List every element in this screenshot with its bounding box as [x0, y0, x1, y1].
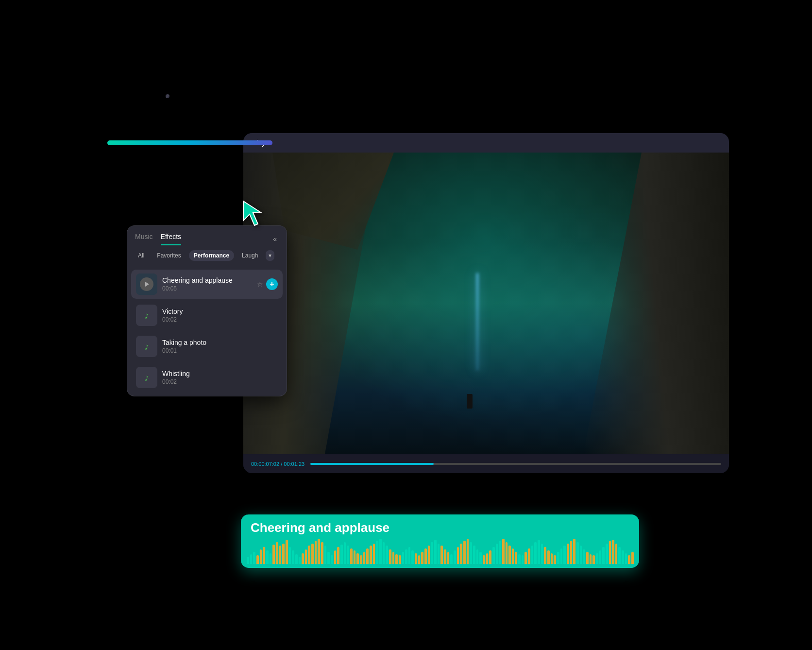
waveform-bar-col	[402, 552, 405, 564]
waveform-bar-col	[295, 554, 298, 564]
waveform-bar-col	[386, 546, 388, 564]
waveform-bar-col	[363, 552, 366, 564]
waveform-bar-col	[544, 547, 546, 564]
waveform-bar-col	[541, 544, 543, 564]
waveform-bar-col	[250, 554, 253, 564]
waveform-bar-col	[438, 544, 440, 564]
waveform-bar-col	[392, 552, 395, 564]
waveform-bar-col	[289, 547, 291, 564]
waveform-bar-col	[354, 550, 356, 564]
waveform-visual	[241, 537, 639, 568]
waveform-bar-col	[360, 555, 362, 564]
waveform-bar-col	[489, 550, 491, 564]
waveform-bar-col	[567, 544, 569, 564]
waveform-bar-col	[302, 553, 304, 564]
waveform-bar-col	[344, 542, 346, 564]
waveform-bar-col	[622, 550, 624, 564]
waveform-bar-col	[260, 549, 262, 564]
waveform-bar-col	[463, 541, 466, 564]
panel-outer: Music Effects « All Favorites Performanc…	[107, 140, 272, 145]
waveform-bar-col	[418, 555, 421, 564]
waveform-bar-col	[253, 552, 255, 564]
waveform-bar-col	[547, 550, 550, 564]
waveform-bar-col	[340, 545, 343, 564]
waveform-bar-col	[524, 552, 527, 564]
waveform-bar-col	[440, 546, 443, 564]
waveform-bar: Cheering and applause	[241, 514, 639, 568]
waveform-bar-col	[531, 546, 534, 564]
waveform-bar-col	[308, 546, 310, 564]
waveform-bar-col	[331, 555, 333, 564]
waveform-bar-col	[515, 552, 517, 564]
waveform-bar-col	[324, 546, 327, 564]
waveform-bar-col	[321, 542, 323, 564]
waveform-bar-col	[486, 553, 489, 564]
waveform-bar-col	[366, 548, 369, 564]
waveform-bar-col	[276, 542, 278, 564]
waveform-bar-col	[350, 548, 353, 564]
waveform-bar-col	[483, 555, 485, 564]
waveform-bar-col	[460, 544, 462, 564]
waveform-bar-col	[311, 544, 314, 564]
waveform-bar-col	[299, 557, 301, 564]
waveform-bar-col	[570, 541, 573, 564]
waveform-bar-col	[318, 539, 320, 564]
waveform-bar-col	[476, 549, 479, 564]
waveform-bar-col	[286, 540, 288, 564]
waveform-bar-col	[415, 553, 417, 564]
waveform-bar-col	[383, 542, 385, 564]
waveform-bar-col	[454, 550, 456, 564]
waveform-bar-col	[586, 552, 589, 564]
waveform-bar-col	[631, 552, 634, 564]
waveform-bar-col	[628, 555, 630, 564]
waveform-bar-col	[560, 548, 563, 564]
waveform-bar-col	[596, 553, 598, 564]
waveform-bar-col	[534, 542, 537, 564]
svg-marker-0	[243, 201, 261, 225]
waveform-bar-col	[606, 544, 608, 564]
waveform-bar-col	[583, 549, 585, 564]
waveform-bar-col	[315, 541, 317, 564]
waveform-bar-col	[356, 553, 359, 564]
waveform-bar-col	[408, 547, 411, 564]
waveform-bar-col	[411, 550, 414, 564]
waveform-bar-col	[518, 554, 521, 564]
waveform-bar-col	[580, 546, 582, 564]
waveform-bar-col	[395, 554, 398, 564]
waveform-bar-col	[557, 552, 559, 564]
waveform-bar-col	[337, 547, 339, 564]
waveform-bar-col	[405, 549, 407, 564]
waveform-bar-col	[376, 541, 378, 564]
waveform-bar-col	[266, 550, 269, 564]
waveform-bar-col	[399, 555, 401, 564]
waveform-bar-col	[502, 539, 505, 564]
waveform-bar-col	[450, 554, 453, 564]
waveform-bar-col	[590, 554, 592, 564]
waveform-bar-col	[618, 547, 621, 564]
waveform-bar-col	[373, 544, 375, 564]
waveform-bar-col	[576, 542, 579, 564]
waveform-bar-col	[512, 548, 514, 564]
waveform-bar-col	[563, 546, 566, 564]
waveform-bar-col	[599, 550, 602, 564]
waveform-bar-col	[334, 550, 337, 564]
waveform-bar-col	[327, 552, 330, 564]
waveform-bar-col	[496, 544, 498, 564]
waveform-bar-col	[473, 546, 475, 564]
waveform-bar-col	[506, 542, 508, 564]
waveform-bar-col	[609, 541, 611, 564]
waveform-bar-col	[538, 540, 540, 564]
waveform-bar-col	[499, 541, 501, 564]
waveform-bar-col	[424, 548, 427, 564]
waveform-bar-col	[370, 546, 372, 564]
waveform-bar-col	[479, 552, 482, 564]
waveform-bar-col	[551, 553, 553, 564]
waveform-bar-col	[279, 546, 282, 564]
waveform-bar-col	[522, 555, 524, 564]
waveform-bar-col	[625, 553, 627, 564]
waveform-bar-col	[379, 539, 382, 564]
waveform-bar-col	[389, 549, 391, 564]
waveform-bar-col	[305, 549, 307, 564]
waveform-bar-col	[428, 546, 430, 564]
waveform-bar-col	[263, 547, 265, 564]
